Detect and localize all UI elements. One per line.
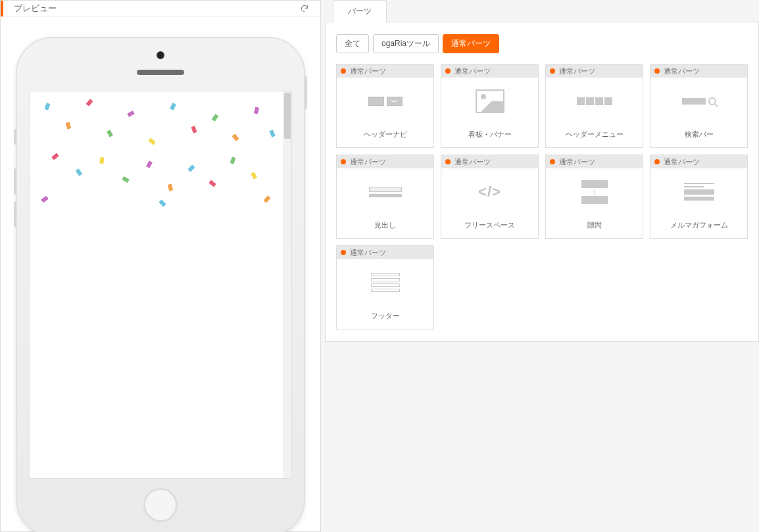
card-heading[interactable]: 通常パーツ 見出し — [336, 155, 434, 239]
form-icon — [684, 183, 714, 201]
nav-icon — [368, 97, 403, 106]
card-label: 隙間 — [546, 215, 643, 238]
search-icon — [682, 97, 716, 105]
tag-label: 通常パーツ — [559, 157, 595, 167]
card-tag: 通常パーツ — [546, 155, 643, 168]
card-icon — [441, 78, 538, 124]
filter-normal[interactable]: 通常パーツ — [443, 34, 499, 53]
tag-dot-icon — [341, 159, 346, 164]
tag-dot-icon — [550, 159, 555, 164]
phone-camera-icon — [157, 51, 164, 59]
gap-icon: ↕ — [581, 180, 608, 204]
preview-header: プレビュー — [1, 1, 320, 17]
filter-ogaria[interactable]: ogaRiaツール — [373, 34, 439, 53]
tag-dot-icon — [341, 68, 346, 74]
code-icon: </> — [478, 183, 501, 201]
card-tag: 通常パーツ — [337, 246, 433, 259]
card-icon: </> — [441, 168, 538, 215]
card-label: メルマガフォーム — [650, 215, 747, 238]
tag-dot-icon — [654, 68, 660, 74]
card-icon — [337, 259, 433, 306]
card-tag: 通常パーツ — [337, 155, 433, 168]
card-icon — [337, 78, 433, 124]
card-label: 見出し — [337, 215, 433, 238]
footer-icon — [371, 273, 400, 292]
phone-frame — [16, 37, 305, 532]
card-tag: 通常パーツ — [441, 155, 538, 168]
card-search-bar[interactable]: 通常パーツ 検索バー — [650, 64, 748, 148]
card-label: フリースペース — [441, 215, 538, 238]
card-tag: 通常パーツ — [337, 64, 433, 78]
parts-body: 全て ogaRiaツール 通常パーツ 通常パーツ ヘッダーナビ 通常パーツ 看板… — [325, 22, 759, 342]
tag-dot-icon — [654, 159, 660, 164]
card-footer[interactable]: 通常パーツ フッター — [336, 245, 434, 329]
scrollbar-thumb[interactable] — [284, 93, 291, 139]
tabs-row: パーツ — [325, 0, 759, 22]
card-header-menu[interactable]: 通常パーツ ヘッダーメニュー — [545, 64, 643, 148]
tag-dot-icon — [341, 250, 346, 255]
refresh-button[interactable] — [297, 1, 312, 16]
card-header-nav[interactable]: 通常パーツ ヘッダーナビ — [336, 64, 434, 148]
tag-label: 通常パーツ — [664, 66, 700, 76]
phone-screen[interactable] — [29, 91, 292, 479]
phone-side-button — [14, 201, 16, 228]
card-icon — [546, 78, 643, 124]
confetti-background — [30, 91, 291, 478]
card-icon — [650, 168, 747, 215]
tag-label: 通常パーツ — [454, 157, 491, 167]
cards-grid: 通常パーツ ヘッダーナビ 通常パーツ 看板・バナー 通常パーツ ヘッダーメニュー — [336, 64, 748, 329]
filter-row: 全て ogaRiaツール 通常パーツ — [336, 34, 748, 53]
card-tag: 通常パーツ — [441, 64, 538, 78]
card-tag: 通常パーツ — [546, 64, 643, 78]
tag-label: 通常パーツ — [454, 66, 491, 76]
card-label: 看板・バナー — [441, 124, 538, 147]
card-tag: 通常パーツ — [650, 64, 747, 78]
tag-label: 通常パーツ — [350, 66, 386, 76]
tag-dot-icon — [550, 68, 555, 74]
tag-label: 通常パーツ — [664, 157, 700, 167]
phone-side-button — [14, 129, 16, 145]
phone-side-button — [305, 76, 307, 109]
tag-label: 通常パーツ — [559, 66, 595, 76]
refresh-icon — [300, 4, 309, 13]
parts-panel: パーツ 全て ogaRiaツール 通常パーツ 通常パーツ ヘッダーナビ 通常パー… — [321, 0, 759, 532]
card-banner[interactable]: 通常パーツ 看板・バナー — [441, 64, 539, 148]
tag-dot-icon — [445, 68, 451, 74]
image-icon — [476, 89, 504, 113]
phone-preview-area — [1, 17, 320, 532]
card-icon — [337, 168, 433, 215]
card-label: フッター — [337, 306, 433, 329]
filter-all[interactable]: 全て — [336, 34, 369, 53]
card-tag: 通常パーツ — [650, 155, 747, 168]
heading-icon — [369, 187, 402, 197]
card-label: ヘッダーナビ — [337, 124, 433, 147]
preview-panel: プレビュー — [0, 0, 321, 532]
tab-parts[interactable]: パーツ — [333, 0, 387, 22]
accent-bar — [1, 1, 3, 16]
card-free-space[interactable]: 通常パーツ </> フリースペース — [441, 155, 539, 239]
card-label: ヘッダーメニュー — [546, 124, 643, 147]
phone-side-button — [14, 168, 16, 195]
tag-dot-icon — [445, 159, 451, 164]
phone-home-button — [143, 488, 178, 522]
card-icon — [650, 78, 747, 124]
menu-icon — [577, 97, 612, 105]
tag-label: 通常パーツ — [350, 157, 386, 167]
scrollbar[interactable] — [283, 91, 291, 478]
tag-label: 通常パーツ — [350, 248, 386, 258]
card-mailmag-form[interactable]: 通常パーツ メルマガフォーム — [650, 155, 748, 239]
card-label: 検索バー — [650, 124, 747, 147]
card-icon: ↕ — [546, 168, 643, 215]
card-gap[interactable]: 通常パーツ ↕ 隙間 — [545, 155, 643, 239]
preview-title: プレビュー — [14, 3, 57, 14]
